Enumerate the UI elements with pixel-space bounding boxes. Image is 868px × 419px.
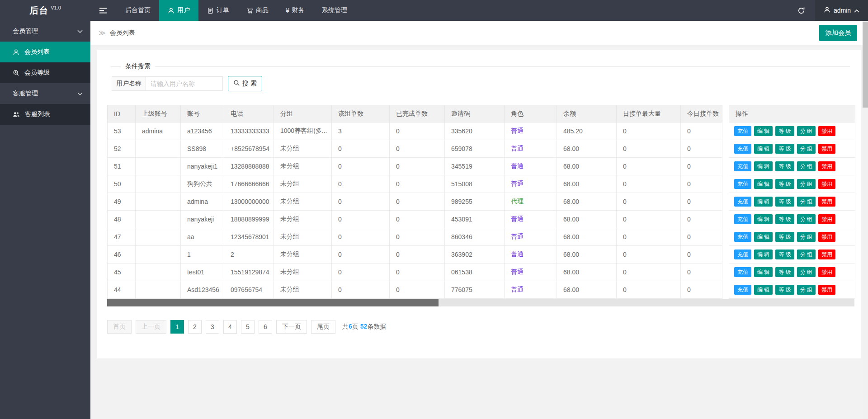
level-button[interactable]: 等 级 xyxy=(775,197,794,207)
ban-button[interactable]: 禁用 xyxy=(818,126,835,136)
app-logo[interactable]: 后台 V1.0 xyxy=(0,0,90,21)
edit-button[interactable]: 编 辑 xyxy=(754,197,773,207)
page-2[interactable]: 2 xyxy=(188,320,202,334)
edit-button[interactable]: 编 辑 xyxy=(754,214,773,224)
refresh-icon[interactable] xyxy=(787,0,815,21)
page-5[interactable]: 5 xyxy=(241,320,255,334)
role-badge: 普通 xyxy=(511,145,524,152)
level-button[interactable]: 等 级 xyxy=(775,179,794,189)
ban-button[interactable]: 禁用 xyxy=(818,250,835,259)
cell-completed_orders: 0 xyxy=(390,175,445,193)
ban-button[interactable]: 禁用 xyxy=(818,232,835,242)
group-button[interactable]: 分 组 xyxy=(797,267,816,277)
cell-today_orders: 0 xyxy=(681,246,722,264)
breadcrumb: ≫ 会员列表 xyxy=(99,29,135,37)
group-button[interactable]: 分 组 xyxy=(797,179,816,189)
cell-group_orders: 0 xyxy=(332,281,390,299)
top-nav-finance[interactable]: ¥财务 xyxy=(277,0,313,21)
level-button[interactable]: 等 级 xyxy=(775,161,794,171)
cell-today_orders: 0 xyxy=(681,140,722,158)
sidebar-item-member-manage[interactable]: 会员管理 xyxy=(0,21,90,42)
top-nav-home[interactable]: 后台首页 xyxy=(117,0,159,21)
recharge-button[interactable]: 充值 xyxy=(734,144,751,154)
page-4[interactable]: 4 xyxy=(223,320,237,334)
ban-button[interactable]: 禁用 xyxy=(818,144,835,154)
user-menu[interactable]: admin xyxy=(815,0,868,21)
sidebar-item-label: 客服管理 xyxy=(13,89,38,98)
cell-parent xyxy=(136,211,181,228)
level-button[interactable]: 等 级 xyxy=(775,126,794,136)
edit-button[interactable]: 编 辑 xyxy=(754,161,773,171)
user-menu-label: admin xyxy=(834,7,851,14)
recharge-button[interactable]: 充值 xyxy=(734,232,751,242)
group-button[interactable]: 分 组 xyxy=(797,197,816,207)
edit-button[interactable]: 编 辑 xyxy=(754,250,773,259)
page-3[interactable]: 3 xyxy=(206,320,219,334)
top-nav-order[interactable]: 订单 xyxy=(198,0,238,21)
level-button[interactable]: 等 级 xyxy=(775,250,794,259)
level-button[interactable]: 等 级 xyxy=(775,267,794,277)
group-button[interactable]: 分 组 xyxy=(797,250,816,259)
group-button[interactable]: 分 组 xyxy=(797,232,816,242)
sidebar-item-service-manage[interactable]: 客服管理 xyxy=(0,83,90,104)
page-6[interactable]: 6 xyxy=(259,320,272,334)
edit-button[interactable]: 编 辑 xyxy=(754,144,773,154)
level-button[interactable]: 等 级 xyxy=(775,214,794,224)
level-button[interactable]: 等 级 xyxy=(775,232,794,242)
edit-button[interactable]: 编 辑 xyxy=(754,126,773,136)
group-button[interactable]: 分 组 xyxy=(797,214,816,224)
ban-button[interactable]: 禁用 xyxy=(818,214,835,224)
edit-button[interactable]: 编 辑 xyxy=(754,285,773,295)
cell-today_orders: 0 xyxy=(681,281,722,299)
recharge-button[interactable]: 充值 xyxy=(734,126,751,136)
ban-button[interactable]: 禁用 xyxy=(818,197,835,207)
group-button[interactable]: 分 组 xyxy=(797,285,816,295)
sidebar-item-service-list[interactable]: 客服列表 xyxy=(0,104,90,125)
ban-button[interactable]: 禁用 xyxy=(818,267,835,277)
user-search-icon xyxy=(13,70,19,76)
search-button[interactable]: 搜 索 xyxy=(228,76,262,91)
recharge-button[interactable]: 充值 xyxy=(734,214,751,224)
top-nav-goods[interactable]: 商品 xyxy=(238,0,277,21)
ban-button[interactable]: 禁用 xyxy=(818,179,835,189)
level-button[interactable]: 等 级 xyxy=(775,285,794,295)
recharge-button[interactable]: 充值 xyxy=(734,285,751,295)
menu-fold-icon[interactable] xyxy=(90,0,117,21)
table-row: 充值编 辑等 级分 组禁用 xyxy=(729,140,855,158)
recharge-button[interactable]: 充值 xyxy=(734,197,751,207)
cell-balance: 68.00 xyxy=(557,281,617,299)
chevron-up-icon xyxy=(854,7,859,14)
ban-button[interactable]: 禁用 xyxy=(818,161,835,171)
group-button[interactable]: 分 组 xyxy=(797,161,816,171)
cell-actions: 充值编 辑等 级分 组禁用 xyxy=(729,281,855,299)
recharge-button[interactable]: 充值 xyxy=(734,161,751,171)
horizontal-scrollbar-thumb[interactable] xyxy=(107,299,439,306)
top-nav-system[interactable]: 系统管理 xyxy=(313,0,356,21)
group-button[interactable]: 分 组 xyxy=(797,144,816,154)
page-1[interactable]: 1 xyxy=(170,320,184,334)
page-last[interactable]: 尾页 xyxy=(311,320,335,334)
header-row: 操作 xyxy=(729,105,855,122)
top-nav-label: 订单 xyxy=(217,6,229,14)
sidebar-item-member-level[interactable]: 会员等级 xyxy=(0,62,90,83)
horizontal-scrollbar[interactable] xyxy=(107,299,854,306)
recharge-button[interactable]: 充值 xyxy=(734,267,751,277)
recharge-button[interactable]: 充值 xyxy=(734,250,751,259)
sidebar-item-member-list[interactable]: 会员列表 xyxy=(0,42,90,62)
user-icon xyxy=(168,7,175,14)
level-button[interactable]: 等 级 xyxy=(775,144,794,154)
username-input[interactable] xyxy=(146,76,223,91)
vertical-scrollbar-thumb[interactable] xyxy=(863,22,868,108)
cell-role: 普通 xyxy=(505,158,557,175)
recharge-button[interactable]: 充值 xyxy=(734,179,751,189)
edit-button[interactable]: 编 辑 xyxy=(754,232,773,242)
vertical-scrollbar[interactable] xyxy=(863,21,868,419)
group-button[interactable]: 分 组 xyxy=(797,126,816,136)
edit-button[interactable]: 编 辑 xyxy=(754,267,773,277)
edit-button[interactable]: 编 辑 xyxy=(754,179,773,189)
add-member-button[interactable]: 添加会员 xyxy=(819,25,857,41)
page-next[interactable]: 下一页 xyxy=(276,320,307,334)
table-row: 充值编 辑等 级分 组禁用 xyxy=(729,246,855,264)
ban-button[interactable]: 禁用 xyxy=(818,285,835,295)
top-nav-user[interactable]: 用户 xyxy=(159,0,198,21)
